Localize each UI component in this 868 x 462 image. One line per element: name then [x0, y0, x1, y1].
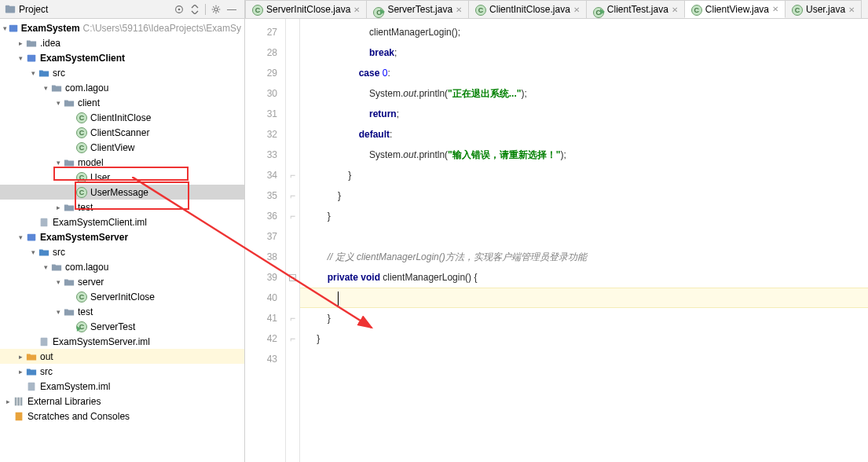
fold-marker[interactable] — [286, 63, 299, 83]
close-icon[interactable]: ✕ — [456, 6, 462, 14]
code-line[interactable]: System.out.println("输入错误，请重新选择！"); — [300, 145, 868, 165]
fold-minus-icon[interactable] — [286, 267, 299, 288]
code-line[interactable]: } — [300, 165, 868, 185]
chevron-right-icon[interactable]: ▸ — [53, 204, 63, 211]
tree-package-client[interactable]: ▾client — [0, 95, 244, 110]
tree-class-ClientScanner[interactable]: CClientScanner — [0, 125, 244, 140]
fold-marker[interactable] — [286, 83, 299, 104]
tree-file-client-iml[interactable]: ExamSystemClient.iml — [0, 214, 244, 229]
chevron-right-icon[interactable]: ▸ — [16, 39, 25, 47]
gear-icon[interactable] — [208, 2, 224, 17]
code-content[interactable]: clientManagerLogin(); break; case 0: Sys… — [300, 19, 868, 462]
line-number[interactable]: 38 — [245, 247, 285, 267]
code-line[interactable]: default: — [300, 124, 868, 145]
chevron-down-icon[interactable]: ▾ — [53, 99, 63, 107]
editor-tab[interactable]: CUser.java✕ — [785, 0, 862, 18]
project-tree[interactable]: ▾ExamSystemC:\Users\59116\IdeaProjects\E… — [0, 19, 244, 462]
fold-marker[interactable] — [286, 124, 299, 145]
tree-class-UserMessage[interactable]: CUserMessage — [0, 185, 244, 200]
chevron-right-icon[interactable]: ▸ — [3, 398, 13, 405]
code-area[interactable]: 2728293031323334353637383940414243 ⌐⌐⌐⌐⌐… — [245, 19, 868, 462]
chevron-down-icon[interactable]: ▾ — [16, 54, 25, 62]
tree-folder-out[interactable]: ▸out — [0, 349, 244, 364]
line-number[interactable]: 40 — [245, 288, 285, 308]
tree-class-ServerInitClose[interactable]: CServerInitClose — [0, 289, 244, 304]
chevron-right-icon[interactable]: ▸ — [16, 368, 25, 376]
close-icon[interactable]: ✕ — [772, 5, 778, 13]
fold-marker[interactable] — [286, 288, 299, 308]
line-number[interactable]: 29 — [245, 63, 285, 83]
chevron-right-icon[interactable]: ▸ — [16, 353, 25, 361]
expand-all-icon[interactable] — [187, 2, 203, 17]
line-number-gutter[interactable]: 2728293031323334353637383940414243 — [245, 19, 286, 462]
code-line[interactable]: private void clientManagerLogin() { — [300, 267, 868, 288]
code-line[interactable]: clientManagerLogin(); — [300, 22, 868, 42]
line-number[interactable]: 33 — [245, 145, 285, 165]
hide-icon[interactable]: — — [224, 2, 240, 17]
tree-scratches[interactable]: Scratches and Consoles — [0, 409, 244, 424]
code-line[interactable]: } — [300, 308, 868, 328]
tree-class-ClientInitClose[interactable]: CClientInitClose — [0, 110, 244, 125]
code-line[interactable]: // 定义 clientManagerLogin()方法，实现客户端管理员登录功… — [300, 247, 868, 267]
tree-module-client[interactable]: ▾ExamSystemClient — [0, 50, 244, 65]
code-line[interactable] — [300, 349, 868, 369]
editor-tab[interactable]: CClientTest.java✕ — [586, 0, 685, 18]
chevron-down-icon[interactable]: ▾ — [2, 24, 7, 32]
editor-tab[interactable]: CClientInitClose.java✕ — [468, 0, 587, 18]
tree-package-test[interactable]: ▸test — [0, 200, 244, 214]
line-number[interactable]: 41 — [245, 308, 285, 328]
editor-tab[interactable]: CServerTest.java✕ — [366, 0, 469, 18]
chevron-down-icon[interactable]: ▾ — [53, 278, 63, 286]
fold-marker[interactable] — [286, 349, 299, 369]
line-number[interactable]: 30 — [245, 83, 285, 104]
fold-marker[interactable] — [286, 247, 299, 267]
code-line[interactable]: } — [300, 328, 868, 349]
tree-class-User[interactable]: CUser — [0, 170, 244, 185]
editor-tab[interactable]: CServerInitClose.java✕ — [245, 0, 367, 18]
line-number[interactable]: 43 — [245, 349, 285, 369]
chevron-down-icon[interactable]: ▾ — [41, 263, 50, 271]
line-number[interactable]: 37 — [245, 226, 285, 247]
fold-end-icon[interactable]: ⌐ — [286, 328, 299, 349]
line-number[interactable]: 34 — [245, 165, 285, 185]
tree-folder-root-src[interactable]: ▸src — [0, 364, 244, 379]
tree-class-ClientView[interactable]: CClientView — [0, 140, 244, 155]
tree-folder-idea[interactable]: ▸.idea — [0, 35, 244, 50]
line-number[interactable]: 31 — [245, 104, 285, 124]
tree-class-ServerTest[interactable]: CServerTest — [0, 319, 244, 334]
close-icon[interactable]: ✕ — [848, 6, 855, 14]
line-number[interactable]: 28 — [245, 42, 285, 63]
tree-package-model[interactable]: ▾model — [0, 155, 244, 170]
code-line[interactable]: System.out.println("正在退出系统..."); — [300, 83, 868, 104]
editor-tab[interactable]: CClientView.java✕ — [684, 0, 786, 18]
tree-root[interactable]: ▾ExamSystemC:\Users\59116\IdeaProjects\E… — [0, 20, 244, 35]
tree-package[interactable]: ▾com.lagou — [0, 80, 244, 95]
line-number[interactable]: 36 — [245, 206, 285, 226]
code-line[interactable] — [300, 226, 868, 247]
line-number[interactable]: 42 — [245, 328, 285, 349]
tree-external-libraries[interactable]: ▸External Libraries — [0, 394, 244, 409]
fold-marker[interactable] — [286, 104, 299, 124]
fold-end-icon[interactable]: ⌐ — [286, 165, 299, 185]
chevron-down-icon[interactable]: ▾ — [28, 248, 38, 256]
tree-file-root-iml[interactable]: ExamSystem.iml — [0, 379, 244, 394]
close-icon[interactable]: ✕ — [353, 6, 360, 14]
select-opened-file-icon[interactable] — [171, 2, 187, 17]
code-line[interactable]: return; — [300, 104, 868, 124]
code-line[interactable]: case 0: — [300, 63, 868, 83]
fold-marker[interactable] — [286, 22, 299, 42]
chevron-down-icon[interactable]: ▾ — [16, 233, 25, 241]
code-line[interactable]: break; — [300, 42, 868, 63]
tree-package-server[interactable]: ▾com.lagou — [0, 259, 244, 274]
line-number[interactable]: 35 — [245, 185, 285, 206]
line-number[interactable]: 32 — [245, 124, 285, 145]
chevron-down-icon[interactable]: ▾ — [28, 69, 38, 77]
tree-package-server-pkg[interactable]: ▾server — [0, 274, 244, 289]
fold-gutter[interactable]: ⌐⌐⌐⌐⌐ — [286, 19, 300, 462]
close-icon[interactable]: ✕ — [672, 6, 678, 14]
chevron-down-icon[interactable]: ▾ — [53, 159, 63, 167]
chevron-down-icon[interactable]: ▾ — [53, 308, 63, 316]
tree-module-server[interactable]: ▾ExamSystemServer — [0, 229, 244, 244]
fold-marker[interactable] — [286, 145, 299, 165]
fold-end-icon[interactable]: ⌐ — [286, 185, 299, 206]
